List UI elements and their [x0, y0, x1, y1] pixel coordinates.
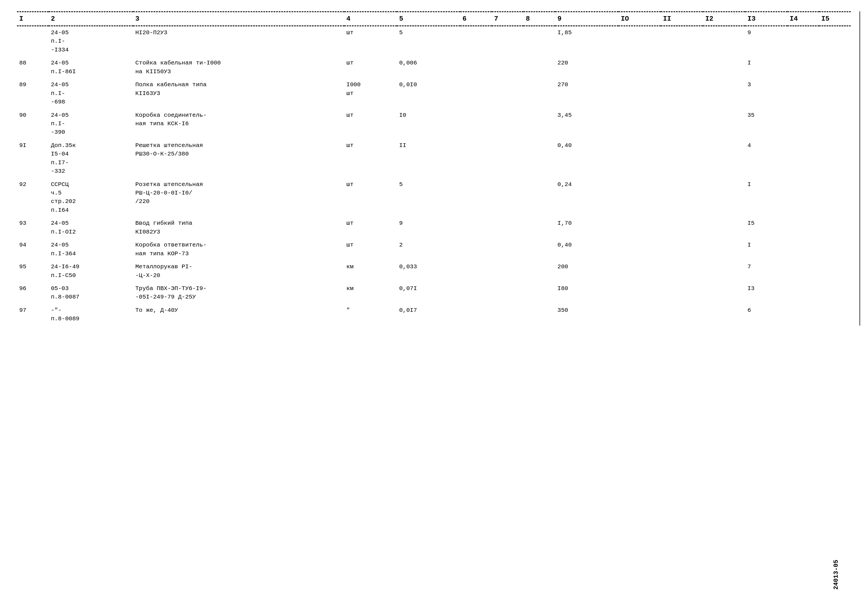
cell-row0-col12 [703, 26, 745, 57]
cell-row5-col15 [819, 178, 851, 217]
cell-row5-col13: I [745, 178, 787, 217]
cell-row1-col2: 24-05 п.I-86I [49, 56, 133, 78]
cell-row9-col5: 0,07I [397, 282, 460, 304]
cell-row2-col5: 0,0I0 [397, 78, 460, 108]
cell-row3-col12 [703, 109, 745, 139]
cell-row0-col15 [819, 26, 851, 57]
cell-row7-col13: I [745, 239, 787, 260]
header-col6: 6 [460, 12, 492, 26]
cell-row5-col2: ССРСЦ ч.5 стр.202 п.I64 [49, 178, 133, 217]
cell-row6-col11 [661, 217, 703, 239]
cell-row9-col3: Труба ПВХ-ЭП-ТУ6-I9- -05I-249-79 Д-25У [133, 282, 344, 304]
cell-row8-col13: 7 [745, 260, 787, 282]
cell-row2-col15 [819, 78, 851, 108]
table-row: 8924-05 п.I- -698Полка кабельная типа КI… [17, 78, 851, 108]
header-col7: 7 [492, 12, 524, 26]
cell-row3-col14 [787, 109, 819, 139]
cell-row7-col5: 2 [397, 239, 460, 260]
cell-row3-col15 [819, 109, 851, 139]
cell-row1-col11 [661, 56, 703, 78]
cell-row6-col4: шт [344, 217, 397, 239]
table-row: 9324-05 п.I-OI2Ввод гибкий типа КI082У3ш… [17, 217, 851, 239]
cell-row8-col1: 95 [17, 260, 49, 282]
cell-row2-col1: 89 [17, 78, 49, 108]
cell-row10-col10 [618, 304, 661, 326]
table-row: 9424-05 п.I-364Коробка ответвитель- ная … [17, 239, 851, 260]
cell-row2-col14 [787, 78, 819, 108]
cell-row4-col12 [703, 139, 745, 178]
cell-row8-col6 [460, 260, 492, 282]
cell-row7-col4: шт [344, 239, 397, 260]
cell-row1-col8 [524, 56, 555, 78]
cell-row0-col14 [787, 26, 819, 57]
cell-row2-col11 [661, 78, 703, 108]
cell-row7-col14 [787, 239, 819, 260]
table-row: 9IДоп.35к I5-04 п.I7- -332Решетка штепсе… [17, 139, 851, 178]
cell-row0-col4: шт [344, 26, 397, 57]
cell-row7-col12 [703, 239, 745, 260]
cell-row1-col3: Стойка кабельная ти-I000 на КII50У3 [133, 56, 344, 78]
cell-row1-col15 [819, 56, 851, 78]
cell-row9-col15 [819, 282, 851, 304]
cell-row10-col1: 97 [17, 304, 49, 326]
cell-row6-col5: 9 [397, 217, 460, 239]
cell-row1-col9: 220 [555, 56, 618, 78]
cell-row2-col6 [460, 78, 492, 108]
cell-row10-col5: 0,0I7 [397, 304, 460, 326]
cell-row10-col11 [661, 304, 703, 326]
cell-row0-col10 [618, 26, 661, 57]
cell-row3-col11 [661, 109, 703, 139]
cell-row9-col12 [703, 282, 745, 304]
cell-row10-col13: 6 [745, 304, 787, 326]
cell-row4-col1: 9I [17, 139, 49, 178]
cell-row4-col11 [661, 139, 703, 178]
cell-row8-col11 [661, 260, 703, 282]
cell-row7-col11 [661, 239, 703, 260]
cell-row4-col14 [787, 139, 819, 178]
cell-row4-col9: 0,40 [555, 139, 618, 178]
cell-row0-col9: I,85 [555, 26, 618, 57]
cell-row3-col2: 24-05 п.I- -390 [49, 109, 133, 139]
table-row: 9024-05 п.I- -390Коробка соединитель- на… [17, 109, 851, 139]
cell-row4-col10 [618, 139, 661, 178]
cell-row10-col8 [524, 304, 555, 326]
cell-row8-col9: 200 [555, 260, 618, 282]
header-col8: 8 [524, 12, 555, 26]
cell-row5-col4: шт [344, 178, 397, 217]
header-col3: 3 [133, 12, 344, 26]
cell-row0-col7 [492, 26, 524, 57]
cell-row6-col8 [524, 217, 555, 239]
cell-row2-col8 [524, 78, 555, 108]
cell-row2-col10 [618, 78, 661, 108]
cell-row8-col12 [703, 260, 745, 282]
cell-row0-col3: НI20-П2У3 [133, 26, 344, 57]
cell-row6-col9: I,70 [555, 217, 618, 239]
cell-row10-col2: -"- п.8-0089 [49, 304, 133, 326]
cell-row9-col1: 96 [17, 282, 49, 304]
cell-row10-col3: То же, Д-40У [133, 304, 344, 326]
cell-row3-col13: 35 [745, 109, 787, 139]
cell-row6-col12 [703, 217, 745, 239]
cell-row9-col14 [787, 282, 819, 304]
cell-row5-col1: 92 [17, 178, 49, 217]
cell-row7-col10 [618, 239, 661, 260]
cell-row9-col2: 05-03 п.8-0087 [49, 282, 133, 304]
cell-row3-col6 [460, 109, 492, 139]
cell-row7-col1: 94 [17, 239, 49, 260]
cell-row9-col7 [492, 282, 524, 304]
table-row: 97-"- п.8-0089То же, Д-40У"0,0I73506 [17, 304, 851, 326]
cell-row4-col7 [492, 139, 524, 178]
cell-row7-col7 [492, 239, 524, 260]
cell-row3-col3: Коробка соединитель- ная типа КСК-I6 [133, 109, 344, 139]
cell-row4-col3: Решетка штепсельная РШ30-О-К-25/380 [133, 139, 344, 178]
table-row: 8824-05 п.I-86IСтойка кабельная ти-I000 … [17, 56, 851, 78]
cell-row5-col12 [703, 178, 745, 217]
cell-row5-col8 [524, 178, 555, 217]
cell-row7-col3: Коробка ответвитель- ная типа КОР-73 [133, 239, 344, 260]
cell-row2-col4: I000 шт [344, 78, 397, 108]
cell-row0-col8 [524, 26, 555, 57]
header-col2: 2 [49, 12, 133, 26]
cell-row4-col5: II [397, 139, 460, 178]
main-table: I 2 3 4 5 6 7 8 9 IO II I2 I3 I4 I5 [17, 11, 851, 326]
bottom-right-code: 24013-05 [833, 560, 840, 590]
